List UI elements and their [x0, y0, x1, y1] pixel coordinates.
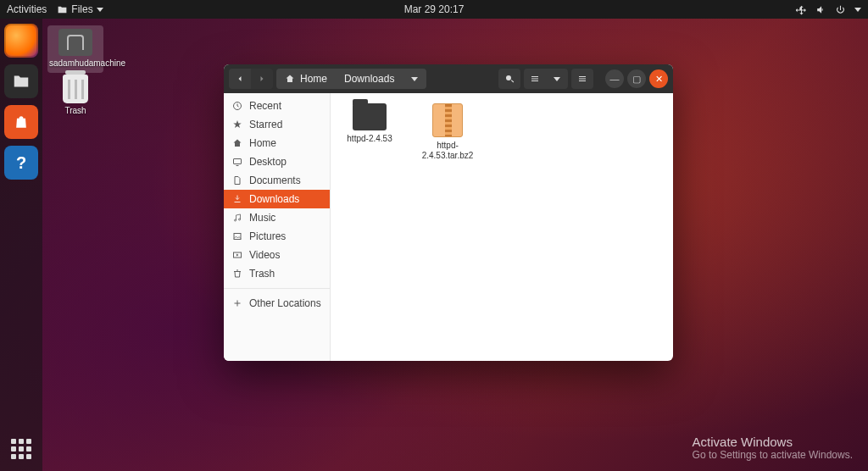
- activities-button[interactable]: Activities: [7, 3, 47, 15]
- dock-software[interactable]: [4, 105, 38, 139]
- power-icon: [835, 4, 846, 15]
- sidebar-item-pictures[interactable]: Pictures: [224, 227, 330, 246]
- activation-watermark: Activate Windows Go to Settings to activ…: [693, 435, 853, 461]
- sidebar-item-home[interactable]: Home: [224, 134, 330, 152]
- window-maximize-button[interactable]: ▢: [627, 69, 646, 88]
- download-icon: [232, 194, 242, 204]
- document-icon: [232, 175, 242, 186]
- sidebar-item-label: Home: [249, 137, 276, 149]
- files-window: Home Downloads — ▢ ✕ Recent Starred Home…: [224, 64, 673, 361]
- sidebar-item-label: Recent: [249, 100, 281, 112]
- music-icon: [232, 213, 242, 223]
- dock-files[interactable]: [4, 64, 38, 98]
- path-menu-button[interactable]: [403, 69, 426, 89]
- show-applications-button[interactable]: [11, 439, 31, 459]
- view-list-button[interactable]: [524, 69, 546, 89]
- sidebar-item-trash[interactable]: Trash: [224, 264, 330, 283]
- plus-icon: [232, 298, 242, 308]
- top-panel: Activities Files Mar 29 20:17: [0, 0, 868, 19]
- volume-icon: [815, 4, 826, 15]
- desktop-icon-home[interactable]: sadamhudamachine: [47, 25, 103, 73]
- svg-rect-1: [234, 159, 242, 164]
- chevron-down-icon: [411, 77, 418, 81]
- window-minimize-button[interactable]: —: [605, 69, 624, 88]
- home-icon: [285, 74, 295, 84]
- dock-help[interactable]: ?: [4, 146, 38, 180]
- breadcrumb-label: Home: [300, 73, 327, 85]
- app-menu[interactable]: Files: [57, 3, 103, 15]
- file-item-archive[interactable]: httpd-2.4.53.tar.bz2: [420, 103, 475, 161]
- sidebar-item-label: Other Locations: [249, 297, 321, 309]
- star-icon: [232, 119, 242, 130]
- hamburger-menu-button[interactable]: [571, 69, 593, 89]
- breadcrumb-current[interactable]: Downloads: [336, 69, 403, 89]
- sidebar-item-desktop[interactable]: Desktop: [224, 152, 330, 171]
- places-sidebar: Recent Starred Home Desktop Documents Do…: [224, 93, 331, 361]
- sidebar-item-label: Music: [249, 212, 275, 224]
- sidebar-item-documents[interactable]: Documents: [224, 171, 330, 190]
- video-icon: [232, 250, 242, 260]
- clock[interactable]: Mar 29 20:17: [404, 3, 465, 15]
- view-options-button[interactable]: [546, 69, 568, 89]
- file-label: httpd-2.4.53: [342, 134, 397, 144]
- network-icon: [796, 4, 807, 15]
- window-close-button[interactable]: ✕: [649, 69, 668, 88]
- desktop-icon: [232, 157, 242, 167]
- sidebar-item-label: Trash: [249, 268, 275, 280]
- chevron-down-icon: [854, 8, 861, 12]
- sidebar-item-starred[interactable]: Starred: [224, 115, 330, 134]
- chevron-down-icon: [97, 8, 103, 12]
- file-label: httpd-2.4.53.tar.bz2: [420, 141, 475, 161]
- dock: ?: [0, 19, 42, 471]
- sidebar-item-other-locations[interactable]: Other Locations: [224, 294, 330, 313]
- file-view[interactable]: httpd-2.4.53 httpd-2.4.53.tar.bz2: [331, 93, 673, 361]
- archive-icon: [432, 103, 463, 137]
- dock-firefox[interactable]: [4, 24, 38, 58]
- svg-rect-2: [234, 234, 241, 240]
- watermark-subtitle: Go to Settings to activate Windows.: [693, 449, 853, 461]
- trash-icon: [63, 75, 88, 103]
- list-icon: [530, 74, 540, 84]
- window-headerbar: Home Downloads — ▢ ✕: [224, 64, 673, 93]
- desktop-icon-label: Trash: [47, 106, 103, 115]
- home-icon: [232, 138, 242, 148]
- desktop-icon-trash[interactable]: Trash: [47, 75, 103, 115]
- search-icon: [504, 74, 515, 84]
- sidebar-item-label: Starred: [249, 119, 282, 130]
- clock-icon: [232, 101, 242, 111]
- home-folder-icon: [58, 29, 92, 56]
- files-icon: [57, 4, 68, 15]
- sidebar-item-label: Videos: [249, 249, 280, 261]
- breadcrumb-home[interactable]: Home: [276, 69, 336, 89]
- sidebar-separator: [224, 288, 330, 289]
- sidebar-item-label: Pictures: [249, 230, 286, 242]
- picture-icon: [232, 231, 242, 241]
- folder-icon: [12, 72, 31, 91]
- sidebar-item-videos[interactable]: Videos: [224, 246, 330, 264]
- folder-icon: [353, 103, 387, 130]
- app-menu-label: Files: [71, 3, 92, 15]
- sidebar-item-label: Documents: [249, 175, 301, 186]
- sidebar-item-music[interactable]: Music: [224, 208, 330, 227]
- bag-icon: [13, 114, 30, 130]
- search-button[interactable]: [498, 69, 520, 89]
- system-status-area[interactable]: [796, 4, 861, 15]
- sidebar-item-label: Desktop: [249, 156, 287, 168]
- file-item-folder[interactable]: httpd-2.4.53: [342, 103, 397, 144]
- chevron-down-icon: [554, 77, 560, 81]
- nav-forward-button[interactable]: [251, 69, 273, 89]
- watermark-title: Activate Windows: [693, 435, 853, 449]
- menu-icon: [577, 74, 587, 84]
- trash-icon: [232, 269, 242, 279]
- nav-back-button[interactable]: [229, 69, 251, 89]
- sidebar-item-label: Downloads: [249, 193, 299, 205]
- sidebar-item-recent[interactable]: Recent: [224, 97, 330, 115]
- sidebar-item-downloads[interactable]: Downloads: [224, 190, 330, 208]
- desktop-icon-label: sadamhudamachine: [49, 58, 102, 68]
